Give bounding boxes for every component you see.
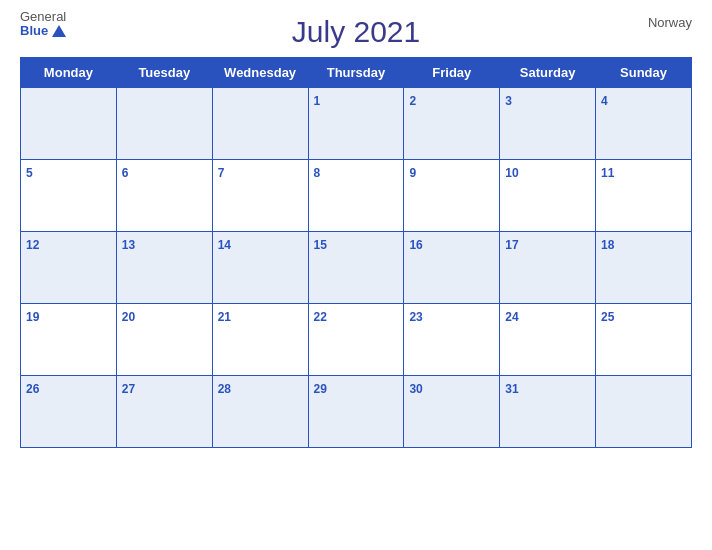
table-row: 10 (500, 160, 596, 232)
day-number: 11 (601, 166, 614, 180)
day-number: 2 (409, 94, 416, 108)
day-number: 21 (218, 310, 231, 324)
table-row (212, 88, 308, 160)
table-row (596, 376, 692, 448)
table-row: 31 (500, 376, 596, 448)
table-row: 24 (500, 304, 596, 376)
day-number: 26 (26, 382, 39, 396)
table-row: 7 (212, 160, 308, 232)
table-row: 16 (404, 232, 500, 304)
day-number: 16 (409, 238, 422, 252)
table-row: 22 (308, 304, 404, 376)
day-number: 7 (218, 166, 225, 180)
day-number: 8 (314, 166, 321, 180)
table-row: 4 (596, 88, 692, 160)
calendar-row: 262728293031 (21, 376, 692, 448)
table-row: 21 (212, 304, 308, 376)
day-number: 24 (505, 310, 518, 324)
day-number: 5 (26, 166, 33, 180)
day-number: 6 (122, 166, 129, 180)
table-row: 25 (596, 304, 692, 376)
table-row (116, 88, 212, 160)
day-number: 9 (409, 166, 416, 180)
header-friday: Friday (404, 58, 500, 88)
table-row: 5 (21, 160, 117, 232)
calendar-row: 12131415161718 (21, 232, 692, 304)
country-label: Norway (648, 15, 692, 30)
header-sunday: Sunday (596, 58, 692, 88)
logo-blue-text: Blue (20, 24, 66, 38)
table-row: 26 (21, 376, 117, 448)
calendar-row: 567891011 (21, 160, 692, 232)
day-number: 4 (601, 94, 608, 108)
day-number: 28 (218, 382, 231, 396)
day-number: 31 (505, 382, 518, 396)
table-row: 23 (404, 304, 500, 376)
calendar-row: 19202122232425 (21, 304, 692, 376)
header-thursday: Thursday (308, 58, 404, 88)
table-row: 8 (308, 160, 404, 232)
day-number: 20 (122, 310, 135, 324)
header-monday: Monday (21, 58, 117, 88)
table-row: 20 (116, 304, 212, 376)
day-number: 22 (314, 310, 327, 324)
day-number: 18 (601, 238, 614, 252)
weekday-header-row: Monday Tuesday Wednesday Thursday Friday… (21, 58, 692, 88)
table-row: 17 (500, 232, 596, 304)
day-number: 23 (409, 310, 422, 324)
calendar-header: General Blue July 2021 Norway (20, 10, 692, 49)
table-row: 1 (308, 88, 404, 160)
table-row: 6 (116, 160, 212, 232)
day-number: 17 (505, 238, 518, 252)
day-number: 10 (505, 166, 518, 180)
table-row: 30 (404, 376, 500, 448)
day-number: 19 (26, 310, 39, 324)
day-number: 29 (314, 382, 327, 396)
day-number: 1 (314, 94, 321, 108)
table-row (21, 88, 117, 160)
day-number: 27 (122, 382, 135, 396)
header-wednesday: Wednesday (212, 58, 308, 88)
header-saturday: Saturday (500, 58, 596, 88)
table-row: 29 (308, 376, 404, 448)
table-row: 13 (116, 232, 212, 304)
day-number: 14 (218, 238, 231, 252)
logo-general-text: General (20, 10, 66, 24)
day-number: 30 (409, 382, 422, 396)
table-row: 11 (596, 160, 692, 232)
table-row: 2 (404, 88, 500, 160)
day-number: 13 (122, 238, 135, 252)
calendar-grid: Monday Tuesday Wednesday Thursday Friday… (20, 57, 692, 448)
day-number: 3 (505, 94, 512, 108)
month-title: July 2021 (292, 15, 420, 49)
table-row: 3 (500, 88, 596, 160)
table-row: 19 (21, 304, 117, 376)
calendar-container: General Blue July 2021 Norway Monday Tue… (0, 0, 712, 550)
table-row: 18 (596, 232, 692, 304)
table-row: 27 (116, 376, 212, 448)
header-tuesday: Tuesday (116, 58, 212, 88)
day-number: 12 (26, 238, 39, 252)
table-row: 28 (212, 376, 308, 448)
table-row: 15 (308, 232, 404, 304)
table-row: 9 (404, 160, 500, 232)
logo: General Blue (20, 10, 66, 39)
calendar-row: 1234 (21, 88, 692, 160)
logo-triangle-icon (52, 25, 66, 37)
table-row: 12 (21, 232, 117, 304)
day-number: 25 (601, 310, 614, 324)
table-row: 14 (212, 232, 308, 304)
day-number: 15 (314, 238, 327, 252)
